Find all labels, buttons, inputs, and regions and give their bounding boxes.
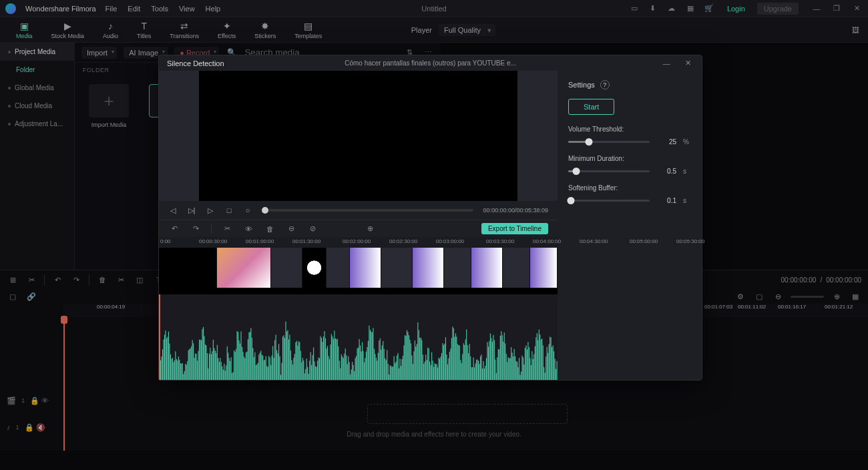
svg-rect-233	[391, 366, 391, 380]
svg-rect-66	[225, 371, 226, 380]
svg-rect-380	[537, 333, 537, 380]
svg-rect-352	[509, 359, 509, 380]
svg-rect-228	[386, 360, 387, 380]
m-mark-icon[interactable]: ⊘	[306, 223, 318, 235]
stop-icon[interactable]: □	[224, 206, 234, 215]
svg-rect-237	[395, 363, 395, 380]
svg-rect-317	[474, 367, 475, 380]
loop-icon[interactable]: ○	[243, 206, 252, 215]
modal-close-icon[interactable]: ✕	[682, 57, 694, 69]
m-undo-icon[interactable]: ↶	[168, 223, 180, 235]
svg-rect-12	[171, 359, 172, 380]
svg-rect-167	[325, 338, 326, 380]
svg-rect-89	[248, 339, 248, 380]
m-zoomout-icon[interactable]: ⊖	[285, 223, 297, 235]
svg-rect-32	[191, 346, 192, 380]
svg-rect-364	[521, 371, 521, 380]
svg-rect-393	[550, 336, 550, 380]
svg-rect-145	[303, 361, 304, 380]
svg-rect-374	[531, 365, 531, 380]
svg-rect-60	[219, 362, 220, 380]
volume-threshold-slider[interactable]	[568, 141, 650, 143]
svg-rect-277	[435, 363, 435, 380]
step-back-icon[interactable]: ▷|	[187, 206, 196, 215]
svg-rect-175	[333, 339, 334, 380]
modal-ruler[interactable]: 0:00 00:00:30:00 00:01:00:00 00:01:30:00…	[159, 237, 558, 248]
svg-rect-61	[220, 358, 220, 380]
export-timeline-button[interactable]: Export to Timeline	[481, 223, 548, 234]
m-delete-icon[interactable]: 🗑	[264, 223, 276, 235]
svg-rect-357	[514, 349, 515, 380]
svg-rect-321	[478, 361, 479, 380]
svg-rect-130	[288, 340, 289, 380]
svg-rect-92	[250, 328, 251, 380]
svg-rect-172	[330, 344, 331, 380]
svg-rect-259	[417, 344, 417, 380]
play-icon[interactable]: ▷	[206, 206, 215, 215]
svg-rect-245	[403, 356, 403, 380]
m-cut-icon[interactable]: ✂	[221, 223, 233, 235]
svg-rect-355	[512, 352, 513, 380]
m-zoomin-icon[interactable]: ⊕	[364, 223, 376, 235]
svg-rect-280	[437, 367, 438, 380]
svg-rect-169	[327, 346, 328, 380]
svg-rect-117	[276, 334, 276, 380]
svg-rect-394	[551, 337, 552, 380]
svg-rect-385	[541, 338, 542, 380]
svg-rect-161	[319, 359, 320, 380]
svg-rect-2	[161, 357, 162, 380]
min-duration-slider[interactable]	[568, 170, 650, 172]
m-redo-icon[interactable]: ↷	[190, 223, 202, 235]
svg-rect-84	[242, 352, 243, 380]
svg-rect-33	[192, 340, 193, 380]
svg-rect-174	[332, 336, 333, 380]
svg-rect-326	[483, 361, 483, 380]
svg-rect-144	[302, 358, 303, 380]
svg-rect-163	[321, 338, 322, 380]
svg-rect-332	[489, 341, 489, 380]
svg-rect-171	[329, 359, 330, 380]
modal-transport: ◁ ▷| ▷ □ ○ 00:00:00:00/00:05:38:09	[159, 201, 558, 220]
svg-rect-181	[339, 361, 340, 380]
svg-rect-366	[523, 357, 523, 380]
svg-rect-162	[320, 336, 320, 380]
modal-minimize-icon[interactable]: —	[660, 57, 672, 69]
svg-rect-341	[498, 349, 499, 380]
svg-rect-350	[507, 362, 507, 380]
svg-rect-134	[292, 365, 293, 380]
svg-rect-300	[457, 344, 458, 380]
prev-frame-icon[interactable]: ◁	[168, 206, 178, 215]
svg-rect-328	[485, 366, 485, 380]
svg-rect-376	[533, 359, 533, 380]
svg-rect-105	[264, 361, 264, 380]
svg-rect-285	[442, 343, 443, 380]
svg-rect-81	[240, 344, 240, 380]
svg-rect-187	[345, 348, 346, 380]
svg-rect-138	[296, 341, 297, 380]
m-eye-icon[interactable]: 👁	[242, 223, 254, 235]
svg-rect-397	[554, 351, 554, 380]
svg-rect-337	[494, 340, 495, 380]
svg-rect-319	[476, 360, 477, 380]
start-button[interactable]: Start	[568, 99, 614, 115]
svg-rect-209	[367, 347, 367, 380]
svg-rect-25	[184, 371, 185, 380]
svg-rect-327	[484, 369, 485, 380]
transport-scrubber[interactable]	[262, 209, 473, 212]
silence-detection-modal: Silence Detection Cómo hacer pantallas f…	[158, 55, 702, 381]
info-icon[interactable]: ?	[600, 80, 610, 89]
modal-thumbnail-strip[interactable]	[159, 248, 558, 294]
svg-rect-311	[468, 353, 469, 380]
svg-rect-197	[355, 358, 356, 380]
svg-rect-235	[393, 367, 393, 380]
svg-rect-345	[502, 335, 503, 380]
svg-rect-88	[246, 352, 247, 380]
svg-rect-101	[260, 352, 260, 380]
svg-rect-325	[482, 369, 483, 380]
svg-rect-305	[462, 354, 463, 380]
svg-rect-115	[274, 358, 274, 380]
svg-rect-119	[278, 353, 278, 380]
svg-rect-231	[389, 375, 389, 380]
modal-waveform[interactable]	[159, 294, 558, 380]
soft-buffer-slider[interactable]	[568, 200, 650, 202]
